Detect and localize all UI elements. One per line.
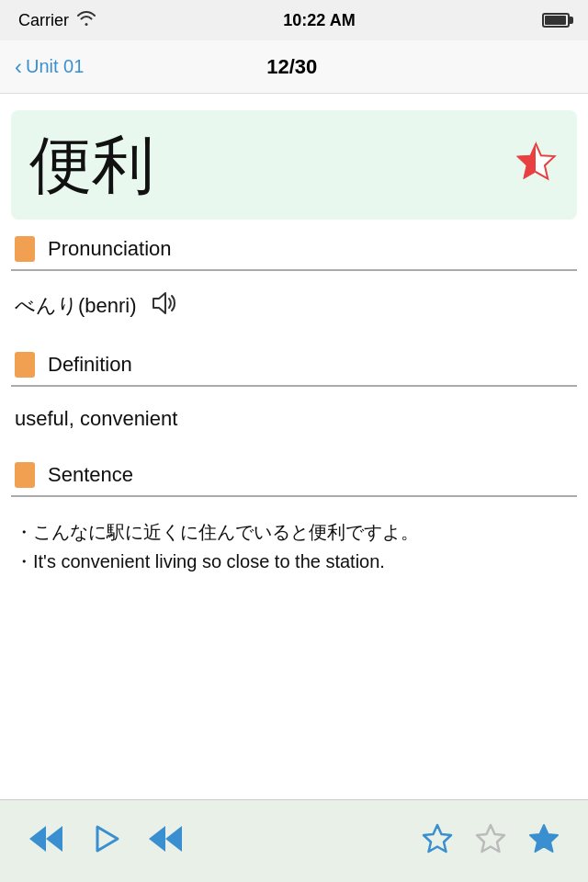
word-card: 便利 [11,110,577,220]
carrier-label: Carrier [18,11,69,30]
rating-star-1-button[interactable] [421,822,454,861]
sentence-icon [15,462,35,488]
toolbar-right [421,822,560,861]
chevron-left-icon: ‹ [15,56,22,78]
word-kanji: 便利 [29,130,154,199]
nav-title: 12/30 [266,55,317,79]
toolbar-left [28,823,184,860]
svg-marker-9 [165,826,182,852]
svg-marker-7 [97,827,118,851]
back-button[interactable]: ‹ Unit 01 [15,56,84,78]
pronunciation-header: Pronunciation [0,236,588,269]
status-right [542,13,570,28]
svg-marker-6 [29,826,46,852]
sentence-english: ・It's convenient living so close to the … [15,551,385,571]
sentence-text: ・こんなに駅に近くに住んでいると便利ですよ。 ・It's convenient … [0,508,588,591]
pronunciation-title: Pronunciation [48,237,172,261]
status-time: 10:22 AM [283,11,355,30]
definition-divider [11,385,577,387]
pronunciation-icon [15,236,35,262]
wifi-icon [76,11,96,30]
sentence-section: Sentence ・こんなに駅に近くに住んでいると便利ですよ。 ・It's co… [0,462,588,591]
sentence-japanese: ・こんなに駅に近くに住んでいると便利ですよ。 [15,522,419,542]
svg-marker-8 [149,826,165,852]
sentence-divider [11,495,577,497]
svg-marker-11 [477,825,504,852]
sentence-title: Sentence [48,463,133,487]
status-bar: Carrier 10:22 AM [0,0,588,40]
svg-marker-10 [424,825,451,852]
definition-section: Definition useful, convenient [0,352,588,446]
nav-bar: ‹ Unit 01 12/30 [0,40,588,94]
definition-header: Definition [0,352,588,385]
svg-marker-5 [46,826,62,852]
definition-text: useful, convenient [0,398,588,446]
pronunciation-text: べんり(benri) [15,292,137,320]
sentence-header: Sentence [0,462,588,495]
speaker-button[interactable] [150,291,177,321]
play-button[interactable] [90,823,121,860]
svg-marker-4 [153,293,165,313]
rewind-button[interactable] [28,823,64,860]
rating-star-3-button[interactable] [527,822,560,861]
definition-icon [15,352,35,378]
pronunciation-row: べんり(benri) [0,282,588,335]
battery-icon [542,13,570,28]
pronunciation-divider [11,269,577,271]
svg-marker-12 [530,825,558,852]
back-label: Unit 01 [26,56,84,77]
favorite-star-button[interactable] [513,139,559,191]
fastforward-button[interactable] [147,823,184,860]
rating-star-2-button[interactable] [474,822,507,861]
status-left: Carrier [18,11,96,30]
definition-title: Definition [48,353,132,377]
bottom-toolbar [0,799,588,882]
pronunciation-section: Pronunciation べんり(benri) [0,236,588,335]
